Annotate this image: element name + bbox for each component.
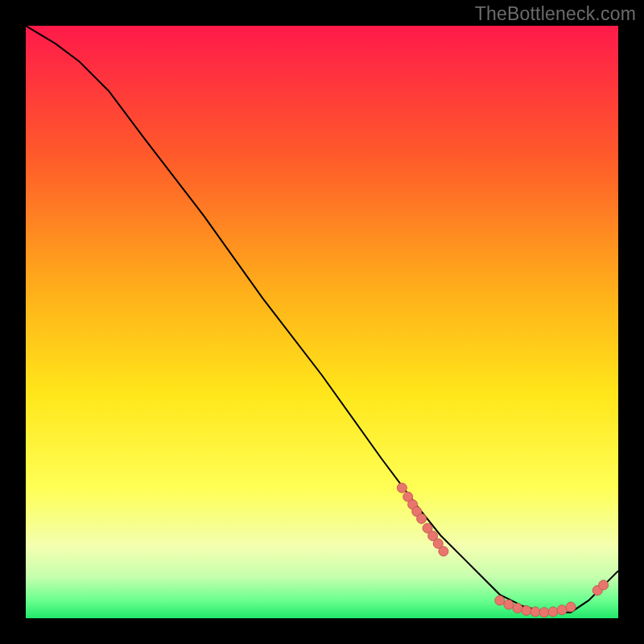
data-point xyxy=(439,547,448,556)
data-point xyxy=(566,602,576,612)
data-point xyxy=(417,514,427,523)
data-point xyxy=(495,596,505,605)
data-point xyxy=(557,605,567,615)
chart-container: TheBottleneck.com xyxy=(0,0,644,644)
data-point xyxy=(599,580,609,590)
plot-svg xyxy=(26,26,618,618)
data-point xyxy=(539,608,549,617)
plot-area xyxy=(26,26,618,618)
data-point xyxy=(548,607,558,617)
data-point xyxy=(504,600,514,609)
gradient-background xyxy=(26,26,618,618)
data-point xyxy=(513,603,522,613)
data-point xyxy=(522,605,531,615)
data-point xyxy=(397,483,407,493)
data-point xyxy=(530,607,540,617)
watermark-text: TheBottleneck.com xyxy=(475,3,636,25)
